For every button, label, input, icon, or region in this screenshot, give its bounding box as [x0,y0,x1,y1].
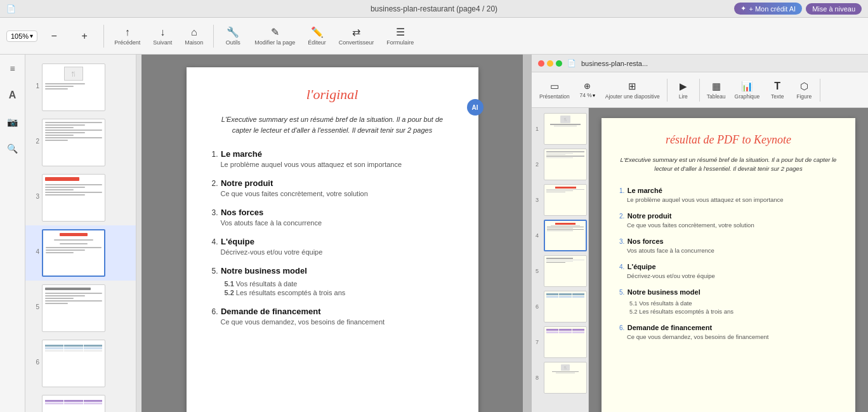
thumb-page-2[interactable]: 2 [25,115,136,170]
presentation-button[interactable]: ▭ Présentation [536,79,574,102]
kn-intro: L'Executive summary est un résumé bref d… [619,156,838,174]
zoom-control[interactable]: 105% ▾ [6,30,37,42]
thumbnail-panel: 1 🍴 2 [25,55,136,412]
pdf-title-3: Nos forces [221,208,263,217]
pdf-subitem-5-2: 5.2 Les résultats escomptés à trois ans [225,289,453,296]
figure-button[interactable]: ⬡ Figure [791,79,817,102]
pdf-subitem-5-1: 5.1 Vos résultats à date [225,280,453,288]
thumb-page-7[interactable]: 7 [25,391,136,412]
previous-button[interactable]: ↑ Précédent [109,24,145,48]
thumb-num-1: 1 [30,63,39,90]
kn-title-6: Demande de financement [628,324,712,331]
converter-icon: ⇄ [352,26,360,38]
kn-thumb-img-8: 🍴 [544,362,587,394]
forms-button[interactable]: ☰ Formulaire [381,23,419,48]
figure-label: Figure [796,93,812,100]
ai-badge: AI [467,99,483,116]
table-label: Tableau [707,93,726,100]
previous-icon: ↑ [125,27,130,38]
zoom-out-icon: − [51,30,56,42]
original-label: l'original [212,86,453,103]
minimize-button[interactable] [547,60,553,67]
kn-item-6: 6. Demande de financement Ce que vous de… [619,321,838,340]
table-icon: ▦ [712,81,721,92]
traffic-lights [538,60,562,67]
close-button[interactable] [538,60,544,67]
kn-thumb-2[interactable]: 2 [536,149,584,180]
kn-zoom-button[interactable]: ⊕ 74 % ▾ [575,79,600,100]
panel-divider [523,55,532,412]
kn-desc-2: Ce que vous faites concrètement, votre s… [627,222,838,229]
pdf-num-6: 6. [212,307,218,316]
kn-zoom-label: 74 % [580,92,592,98]
text-button[interactable]: T Texte [765,79,790,102]
kn-desc-3: Vos atouts face à la concurrence [627,247,838,254]
modify-label: Modifier la page [254,39,295,46]
kn-thumb-6[interactable]: 6 [536,291,584,322]
modify-page-button[interactable]: ✎ Modifier la page [249,23,300,48]
kn-thumb-8[interactable]: 8 🍴 [536,362,584,394]
kn-thumb-img-1: 🍴 [544,113,587,145]
thumb-page-3[interactable]: 3 [25,170,136,225]
pdf-item-3: 3. Nos forces Vos atouts face à la concu… [212,206,453,227]
search-icon-button[interactable]: 🔍 [4,140,22,157]
search-icon: 🔍 [7,143,18,154]
pdf-desc-1: Le problème auquel vous vous attaquez et… [221,161,453,168]
add-slide-label: Ajouter une diapositive [605,93,660,100]
pdf-title-6: Demande de financement [221,307,321,316]
editor-button[interactable]: ✏️ Éditeur [303,23,331,48]
kn-title-4: L'équipe [628,263,656,270]
play-button[interactable]: ▶ Lire [671,79,696,102]
next-button[interactable]: ↓ Suivant [148,24,177,48]
kn-thumb-3[interactable]: 3 [536,184,584,216]
thumb-page-5[interactable]: 5 [25,281,136,336]
title-bar: 📄 business-plan-restaurant (page4 / 20) … [0,0,868,18]
table-button[interactable]: ▦ Tableau [703,79,730,102]
pdf-sublist-5: 5.1 Vos résultats à date 5.2 Les résulta… [225,280,453,296]
kn-thumb-4[interactable]: 4 [536,220,584,251]
result-label: résultat de PDF to Keynote [619,133,838,147]
kn-thumb-5[interactable]: 5 [536,255,584,287]
mise-a-niveau-button[interactable]: Mise à niveau [806,3,862,15]
pdf-view[interactable]: l'original L'Executive summary est un ré… [141,55,523,412]
zoom-out-button[interactable]: − [40,28,68,44]
tools-button[interactable]: 🔧 Outils [219,23,247,48]
camera-icon-button[interactable]: 📷 [4,113,22,131]
tools-label: Outils [226,39,240,46]
pdf-title-5: Notre business model [221,266,307,276]
kn-thumb-7[interactable]: 7 [536,326,584,358]
kn-title-2: Notre produit [628,212,672,220]
toolbar: 105% ▾ − + ↑ Précédent ↓ Suivant ⌂ Maiso… [0,18,868,55]
pdf-item-4: 4. L'équipe Décrivez-vous et/ou votre éq… [212,236,453,256]
title-bar-center: business-plan-restaurant (page4 / 20) [371,4,497,13]
thumb-page-4[interactable]: 4 [25,225,136,281]
zoom-in-button[interactable]: + [70,28,98,44]
kn-item-5: 5. Notre business model 5.1 Vos résultat… [619,286,838,315]
pdf-num-2: 2. [212,179,218,188]
keynote-panel: 📄 business-plan-resta... ▭ Présentation … [532,55,868,412]
thumb-page-6[interactable]: 6 [25,336,136,391]
kn-slide-area[interactable]: résultat de PDF to Keynote L'Executive s… [589,108,868,412]
kn-thumb-1[interactable]: 1 🍴 [536,113,584,145]
thumb-num-7: 7 [30,395,39,412]
kn-desc-1: Le problème auquel vous vous attaquez et… [627,196,838,203]
kn-num-2: 2. [619,213,624,220]
menu-icon-button[interactable]: ≡ [4,60,22,77]
pdf-desc-4: Décrivez-vous et/ou votre équipe [221,248,453,256]
font-icon-button[interactable]: A [4,86,22,104]
home-button[interactable]: ⌂ Maison [180,24,208,48]
kn-item-1: 1. Le marché Le problème auquel vous vou… [619,184,838,203]
kn-thumb-num-4: 4 [536,220,542,239]
credit-ai-button[interactable]: ✦ + Mon crédit AI [734,3,802,15]
kn-title-3: Nos forces [628,237,664,245]
add-slide-icon: ⊞ [628,81,636,92]
chart-button[interactable]: 📊 Graphique [731,79,764,102]
thumb-num-3: 3 [30,174,39,200]
kn-num-5: 5. [619,289,624,296]
thumb-num-5: 5 [30,284,39,310]
add-slide-button[interactable]: ⊞ Ajouter une diapositive [602,79,664,102]
converter-button[interactable]: ⇄ Convertisseur [334,23,379,48]
kn-item-2: 2. Notre produit Ce que vous faites conc… [619,209,838,229]
thumb-page-1[interactable]: 1 🍴 [25,60,136,115]
maximize-button[interactable] [556,60,562,67]
